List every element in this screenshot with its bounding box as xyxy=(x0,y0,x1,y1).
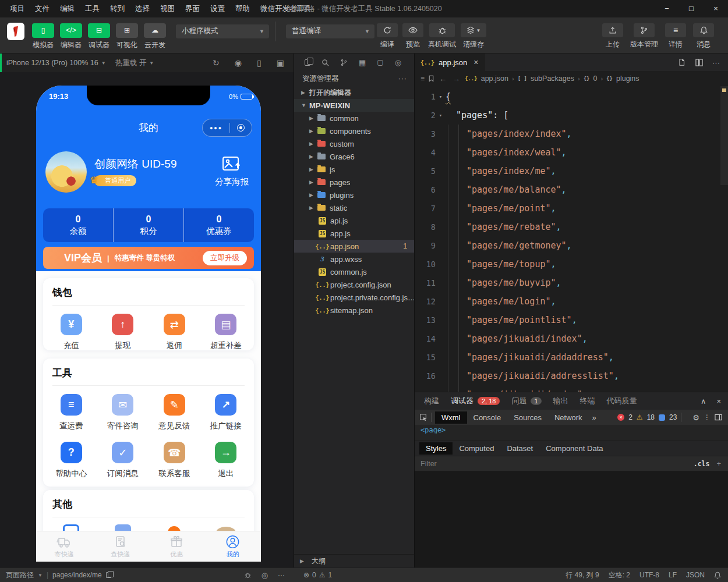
tools-grid-item[interactable]: → 退出 xyxy=(200,442,252,479)
git-branch-icon[interactable] xyxy=(340,59,348,66)
preview-button[interactable]: 预览 xyxy=(402,23,423,49)
explorer-folder-row[interactable]: ▶ common xyxy=(294,112,414,125)
explorer-file-row[interactable]: {..} project.private.config.js… xyxy=(294,291,414,304)
style-tab[interactable]: Component Data xyxy=(539,442,609,455)
menu-item[interactable]: 文件 xyxy=(30,0,55,17)
explorer-file-row[interactable]: JS api.js xyxy=(294,214,414,227)
explorer-file-row[interactable]: {..} app.json 1 xyxy=(294,240,414,253)
compile-mode-select[interactable]: 普通编译 ▼ xyxy=(286,24,374,38)
open-preview-icon[interactable] xyxy=(678,58,686,66)
code-line[interactable]: 11 "pages/me/buyvip", xyxy=(415,274,720,292)
hot-reload-toggle[interactable]: 热重载 开 ▼ xyxy=(109,58,160,68)
code-line[interactable]: 10 "pages/me/topup", xyxy=(415,255,720,274)
more-actions-icon[interactable]: ··· xyxy=(398,74,408,83)
code-line[interactable]: 13 "pages/me/pointlist", xyxy=(415,311,720,329)
page-path-label[interactable]: 页面路径 xyxy=(6,570,34,580)
panel-toggle-button[interactable]: ⊞ 可视化 xyxy=(113,23,141,50)
chevron-down-icon[interactable]: ▼ xyxy=(38,573,43,578)
avatar[interactable] xyxy=(45,151,87,193)
extensions-grid-icon[interactable]: ▦ xyxy=(359,58,366,67)
vconsole-bug-icon[interactable] xyxy=(244,572,252,579)
tab-app-json[interactable]: {..} app.json × xyxy=(415,54,485,71)
menu-item[interactable]: 视图 xyxy=(155,0,180,17)
devtools-tab[interactable]: Wxml xyxy=(435,411,467,424)
upload-button[interactable]: 上传 xyxy=(602,23,623,49)
open-editors-icon[interactable] xyxy=(305,59,310,66)
explorer-file-row[interactable]: 3 app.wxss xyxy=(294,253,414,265)
breadcrumb-segment[interactable]: 0 xyxy=(593,74,597,83)
tab-send-express[interactable]: 寄快递 xyxy=(36,531,93,562)
debugger-tab[interactable]: 调试器 2, 18 xyxy=(451,396,500,406)
balance-stat[interactable]: 0 余额 xyxy=(43,208,113,242)
outline-list-icon[interactable]: ≡ xyxy=(420,74,425,83)
devtools-tab[interactable]: Network xyxy=(548,411,589,424)
explorer-folder-row[interactable]: ▶ components xyxy=(294,125,414,137)
problems-summary[interactable]: ⊗ 0 ⚠ 1 xyxy=(294,571,415,579)
panel-toggle-button[interactable]: ☁ 云开发 xyxy=(141,23,169,50)
code-line[interactable]: 5 "pages/index/me", xyxy=(415,162,720,180)
compile-button[interactable]: 编译 xyxy=(377,23,398,49)
code-line[interactable]: 12 "pages/me/login", xyxy=(415,292,720,311)
remote-debug-button[interactable]: 真机调试 xyxy=(428,23,456,49)
maximize-button[interactable]: □ xyxy=(679,0,704,17)
code-line[interactable]: 15 "pages/jikuaidi/addaddress", xyxy=(415,348,720,367)
code-line[interactable]: 1 ▾ { xyxy=(415,87,720,106)
code-line[interactable]: 16 "pages/jikuaidi/addresslist", xyxy=(415,367,720,385)
eol-setting[interactable]: LF xyxy=(669,571,677,579)
messages-button[interactable]: 消息 xyxy=(693,23,714,49)
menu-item[interactable]: 项目 xyxy=(5,0,30,17)
breadcrumb-segment[interactable]: plugins xyxy=(616,74,639,83)
explorer-folder-row[interactable]: ▶ custom xyxy=(294,137,414,150)
forward-arrow-icon[interactable]: → xyxy=(453,74,460,83)
scrollbar[interactable] xyxy=(720,86,728,185)
cursor-position[interactable]: 行 49, 列 9 xyxy=(566,570,599,580)
code-line[interactable]: 7 "pages/me/point", xyxy=(415,199,720,218)
more-actions-icon[interactable]: ··· xyxy=(278,571,285,579)
project-root[interactable]: ▼ MP-WEIXIN xyxy=(294,99,414,112)
details-button[interactable]: ≡ 详情 xyxy=(665,23,686,49)
coupons-stat[interactable]: 0 优惠券 xyxy=(183,208,254,242)
device-frame-icon[interactable]: ▯ xyxy=(257,58,261,68)
explorer-file-row[interactable]: {..} sitemap.json xyxy=(294,304,414,317)
encoding-setting[interactable]: UTF-8 xyxy=(639,571,659,579)
tab-track-express[interactable]: 查快递 xyxy=(93,531,149,562)
tools-grid-item[interactable]: ✎ 意见反馈 xyxy=(149,394,200,431)
fold-chevron-icon[interactable]: ▾ xyxy=(436,94,446,100)
split-editor-icon[interactable] xyxy=(695,59,703,66)
code-line[interactable]: 6 "pages/me/balance", xyxy=(415,180,720,199)
clear-cache-button[interactable]: ▼ 清缓存 xyxy=(461,23,486,49)
wallet-grid-item[interactable]: ⇄ 返佣 xyxy=(149,314,200,351)
device-select[interactable]: iPhone 12/13 (Pro) 100% 16 ▼ xyxy=(2,59,109,67)
more-actions-icon[interactable]: ··· xyxy=(712,58,720,67)
menu-item[interactable]: 编辑 xyxy=(55,0,80,17)
code-line[interactable]: 9 "pages/me/getmoney", xyxy=(415,236,720,255)
style-filter-input[interactable] xyxy=(420,460,694,468)
tools-grid-item[interactable]: ≡ 查运费 xyxy=(45,394,97,431)
menu-item[interactable]: 帮助 xyxy=(230,0,255,17)
tools-grid-item[interactable]: ✓ 订阅消息 xyxy=(97,442,149,479)
menu-item[interactable]: 转到 xyxy=(105,0,130,17)
miniprogram-capsule[interactable]: ●●● xyxy=(202,119,252,137)
devtools-tab[interactable]: Sources xyxy=(507,411,548,424)
style-content-area[interactable] xyxy=(415,471,728,567)
tools-grid-item[interactable]: ↗ 推广链接 xyxy=(200,394,252,431)
explorer-file-row[interactable]: {..} project.config.json xyxy=(294,278,414,291)
gear-icon[interactable]: ⚙ xyxy=(692,413,699,422)
explorer-file-row[interactable]: JS app.js xyxy=(294,227,414,240)
close-panel-icon[interactable]: × xyxy=(716,397,721,406)
upgrade-button[interactable]: 立即升级 xyxy=(203,251,247,265)
multi-window-icon[interactable]: ▣ xyxy=(277,58,284,68)
bookmark-icon[interactable] xyxy=(428,75,434,82)
inspect-element-icon[interactable] xyxy=(419,413,427,421)
language-mode[interactable]: JSON xyxy=(686,571,705,579)
tools-grid-item[interactable]: ☎ 联系客服 xyxy=(149,442,200,479)
code-line[interactable]: 4 "pages/index/weal", xyxy=(415,143,720,162)
code-line[interactable]: 14 "pages/jikuaidi/index", xyxy=(415,329,720,348)
debugger-tab[interactable]: 问题 1 xyxy=(511,396,541,406)
code-line[interactable]: 3 "pages/index/index", xyxy=(415,125,720,143)
visibility-icon[interactable]: ◎ xyxy=(261,571,268,580)
debugger-tab[interactable]: 构建 xyxy=(424,396,439,406)
outline-box-icon[interactable]: ▢ xyxy=(377,58,383,66)
tab-coupons[interactable]: 优惠 xyxy=(149,531,205,562)
close-button[interactable]: × xyxy=(704,0,728,17)
